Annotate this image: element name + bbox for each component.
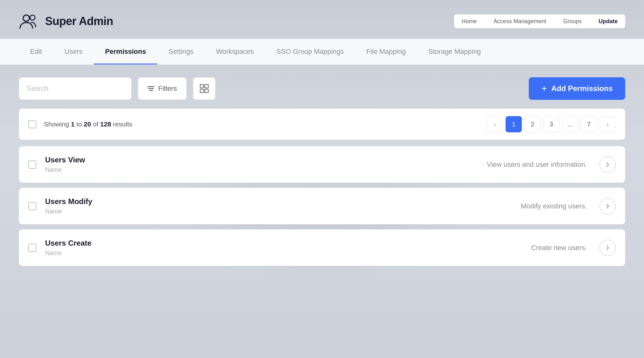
- users-icon: [19, 11, 39, 31]
- header: Super Admin Home Access Management Group…: [0, 0, 644, 39]
- tab-permissions[interactable]: Permissions: [94, 39, 157, 64]
- plus-icon: +: [541, 84, 547, 93]
- pagination-page-2[interactable]: 2: [524, 116, 541, 132]
- permission-arrow-2[interactable]: [600, 240, 616, 256]
- permission-arrow-0[interactable]: [600, 156, 616, 173]
- permission-checkbox-0[interactable]: [28, 161, 36, 169]
- results-from: 1: [71, 120, 75, 128]
- svg-rect-5: [200, 84, 204, 88]
- search-input-wrap: [19, 77, 132, 100]
- chevron-right-icon-0: [605, 161, 611, 168]
- permission-item-1: Users Modify Name Modify existing users.: [19, 188, 625, 224]
- breadcrumb-update[interactable]: Update: [589, 14, 625, 28]
- permission-label-0: Name: [45, 166, 226, 173]
- tabs: Edit Users Permissions Settings Workspac…: [19, 39, 625, 64]
- add-permissions-button[interactable]: + Add Permissions: [529, 77, 625, 100]
- svg-rect-6: [205, 84, 208, 88]
- chevron-right-icon-2: [605, 245, 611, 251]
- grid-icon: [200, 84, 209, 93]
- permission-description-0: View users and user information.: [226, 161, 600, 169]
- results-left: Showing 1 to 20 of 128 results: [28, 120, 132, 128]
- permission-arrow-1[interactable]: [600, 198, 616, 214]
- permission-checkbox-1[interactable]: [28, 202, 36, 210]
- add-permissions-label: Add Permissions: [551, 84, 613, 93]
- results-to: 20: [84, 120, 91, 128]
- pagination: ‹ 1 2 3 ... 7 ›: [487, 116, 616, 132]
- svg-rect-7: [200, 89, 204, 93]
- permission-name-1: Users Modify: [45, 197, 226, 206]
- permission-item-0: Users View Name View users and user info…: [19, 146, 625, 183]
- pagination-next[interactable]: ›: [600, 116, 616, 132]
- pagination-page-7[interactable]: 7: [581, 116, 597, 132]
- permission-info-2: Users Create Name: [45, 239, 226, 257]
- svg-rect-8: [205, 89, 208, 93]
- breadcrumb-groups[interactable]: Groups: [554, 14, 589, 28]
- tab-users[interactable]: Users: [53, 39, 94, 64]
- permission-name-0: Users View: [45, 156, 226, 164]
- permission-info-1: Users Modify Name: [45, 197, 226, 215]
- results-bar: Showing 1 to 20 of 128 results ‹ 1 2 3 .…: [19, 109, 625, 140]
- pagination-page-1[interactable]: 1: [506, 116, 522, 132]
- permission-label-2: Name: [45, 249, 226, 257]
- permission-description-1: Modify existing users.: [226, 202, 600, 210]
- filters-label: Filters: [158, 84, 177, 93]
- header-left: Super Admin: [19, 11, 113, 31]
- results-text: Showing 1 to 20 of 128 results: [44, 120, 132, 128]
- main-section: Filters + Add Permissions: [0, 65, 644, 284]
- tab-workspaces[interactable]: Workspaces: [205, 39, 265, 64]
- search-input[interactable]: [19, 77, 132, 100]
- page-wrapper: Super Admin Home Access Management Group…: [0, 0, 644, 358]
- permission-name-2: Users Create: [45, 239, 226, 248]
- toolbar: Filters + Add Permissions: [19, 77, 625, 100]
- permission-item-2: Users Create Name Create new users.: [19, 229, 625, 266]
- permission-description-2: Create new users.: [226, 244, 600, 252]
- permission-label-1: Name: [45, 208, 226, 215]
- svg-point-0: [23, 15, 29, 21]
- breadcrumb: Home Access Management Groups Update: [454, 14, 625, 28]
- main-content: Super Admin Home Access Management Group…: [0, 0, 644, 284]
- filter-icon: [148, 86, 154, 91]
- svg-point-1: [30, 15, 35, 20]
- tab-edit[interactable]: Edit: [19, 39, 53, 64]
- breadcrumb-home[interactable]: Home: [454, 14, 484, 28]
- grid-view-button[interactable]: [193, 77, 216, 100]
- filters-button[interactable]: Filters: [138, 77, 187, 100]
- permission-checkbox-2[interactable]: [28, 244, 36, 252]
- tab-file-mapping[interactable]: File Mapping: [355, 39, 417, 64]
- results-total: 128: [100, 120, 111, 128]
- pagination-page-3[interactable]: 3: [543, 116, 559, 132]
- tab-settings[interactable]: Settings: [157, 39, 205, 64]
- pagination-ellipsis[interactable]: ...: [562, 116, 578, 132]
- page-title: Super Admin: [45, 15, 113, 28]
- permission-info-0: Users View Name: [45, 156, 226, 173]
- chevron-right-icon-1: [605, 203, 611, 209]
- tab-storage-mapping[interactable]: Storage Mapping: [417, 39, 492, 64]
- pagination-prev[interactable]: ‹: [487, 116, 503, 132]
- breadcrumb-access-management[interactable]: Access Management: [484, 14, 554, 28]
- tab-sso-group-mappings[interactable]: SSO Group Mappings: [265, 39, 355, 64]
- tabs-container: Edit Users Permissions Settings Workspac…: [0, 39, 644, 65]
- select-all-checkbox[interactable]: [28, 120, 36, 128]
